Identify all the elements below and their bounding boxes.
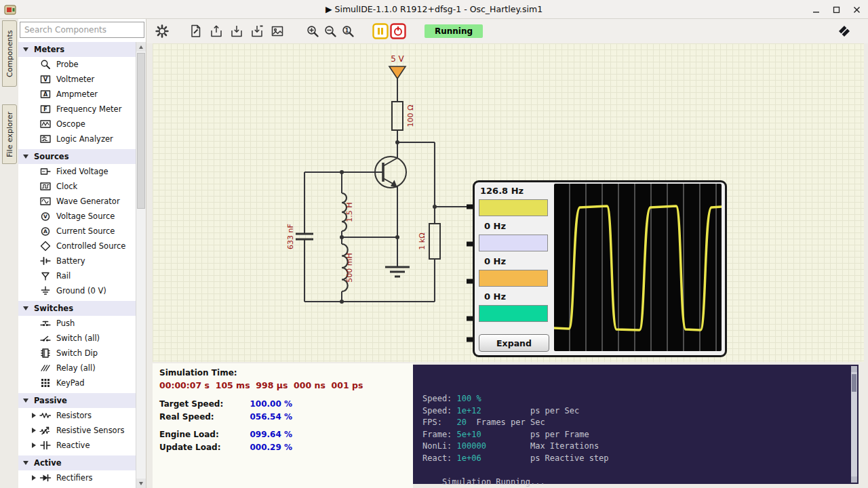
- component-item-rail[interactable]: Rail: [18, 268, 136, 283]
- component-item-ground-0-v[interactable]: Ground (0 V): [18, 283, 136, 298]
- tab-file-explorer[interactable]: File explorer: [2, 104, 17, 164]
- new-circuit-icon[interactable]: [187, 22, 205, 40]
- component-item-clock[interactable]: Clock: [18, 179, 136, 194]
- scroll-down-icon[interactable]: [136, 479, 146, 488]
- svg-text:A: A: [43, 91, 48, 98]
- console-scroll-down-icon[interactable]: [851, 476, 857, 483]
- sim-time-label: Simulation Time:: [159, 368, 237, 378]
- keypad-icon: [39, 377, 52, 389]
- collapse-arrow-icon: [23, 155, 28, 159]
- section-header-switches[interactable]: Switches: [18, 301, 136, 316]
- expand-arrow-icon[interactable]: [32, 443, 36, 448]
- component-item-voltmeter[interactable]: VVoltmeter: [18, 72, 136, 87]
- component-item-logic-analyzer[interactable]: Logic Analyzer: [18, 131, 136, 146]
- sim-stats-rows: Target Speed:100.00 %Real Speed:056.54 %…: [159, 397, 292, 453]
- component-item-controlled-source[interactable]: Controlled Source: [18, 239, 136, 253]
- component-item-ampmeter[interactable]: AAmpmeter: [18, 87, 136, 102]
- component-item-current-source[interactable]: ACurrent Source: [18, 224, 136, 239]
- settings-gear-icon[interactable]: [153, 22, 171, 40]
- stat-value: 099.64 %: [250, 430, 292, 439]
- stat-row-engine-load: Engine Load:099.64 %: [159, 428, 292, 441]
- scroll-up-icon[interactable]: [136, 42, 146, 52]
- component-label: Frequency Meter: [56, 104, 121, 114]
- component-label: Resistors: [56, 411, 92, 420]
- export-image-icon[interactable]: [269, 22, 286, 40]
- freq-bar: [479, 235, 548, 251]
- component-label: Rectifiers: [56, 473, 93, 483]
- freq-meter-readings: 126.8 Hz0 Hz0 Hz0 Hz: [479, 184, 552, 327]
- console-scroll-thumb[interactable]: [852, 374, 856, 392]
- svg-text:V: V: [43, 214, 47, 220]
- component-item-oscope[interactable]: Oscope: [18, 117, 136, 131]
- freq-value: 0 Hz: [484, 291, 552, 303]
- section-header-passive[interactable]: Passive: [18, 393, 136, 408]
- expand-button[interactable]: Expand: [479, 334, 549, 352]
- component-item-fixed-voltage[interactable]: Fixed Voltage: [18, 164, 136, 179]
- minimize-button[interactable]: [811, 5, 821, 14]
- supply-label: 5 V: [391, 54, 404, 64]
- component-item-keypad[interactable]: KeyPad: [18, 375, 136, 390]
- component-item-push[interactable]: Push: [18, 316, 136, 331]
- expand-arrow-icon[interactable]: [32, 413, 36, 418]
- component-label: Logic Analyzer: [56, 134, 113, 144]
- freq-value: 0 Hz: [484, 221, 552, 232]
- oscope-icon: [39, 118, 52, 130]
- maximize-button[interactable]: [831, 5, 841, 14]
- scrollbar-thumb[interactable]: [137, 53, 145, 209]
- console-line: Speed: 100 %: [422, 393, 849, 405]
- stat-label: Update Load:: [159, 443, 220, 452]
- component-item-resistors[interactable]: Resistors: [18, 408, 136, 423]
- voltmeter-icon: V: [39, 73, 52, 85]
- components-sidebar: MetersProbeVVoltmeterAAmpmeterFFrequency…: [18, 19, 146, 488]
- stat-value: 056.54 %: [250, 412, 292, 422]
- pause-sim-icon[interactable]: [372, 22, 389, 40]
- component-item-reactive[interactable]: Reactive: [18, 438, 136, 453]
- component-item-battery[interactable]: Battery: [18, 253, 136, 268]
- freqmeter-icon: F: [39, 103, 52, 115]
- theme-contrast-icon[interactable]: [835, 22, 853, 40]
- component-item-frequency-meter[interactable]: FFrequency Meter: [18, 102, 136, 117]
- expand-arrow-icon[interactable]: [32, 428, 36, 433]
- sidebar-scrollbar[interactable]: [136, 42, 146, 488]
- side-tab-strip: Components File explorer: [0, 19, 18, 488]
- stat-row-real-speed: Real Speed:056.54 %: [159, 410, 292, 423]
- component-item-wave-generator[interactable]: Wave Generator: [18, 194, 136, 209]
- component-item-switch-all[interactable]: Switch (all): [18, 331, 136, 346]
- component-item-resistive-sensors[interactable]: Resistive Sensors: [18, 423, 136, 438]
- search-input[interactable]: [20, 22, 144, 38]
- component-item-switch-dip[interactable]: Switch Dip: [18, 346, 136, 361]
- sim-time-value: 00:00:07 s 105 ms 998 µs 000 ns 001 ps: [159, 380, 363, 390]
- component-label: Controlled Source: [56, 241, 125, 251]
- section-header-sources[interactable]: Sources: [18, 149, 136, 164]
- circuit-canvas[interactable]: 5 V 100 Ω 1.5 H 500 mH 633 nF 1 kΩ 126.8…: [153, 43, 864, 362]
- collapse-arrow-icon: [23, 461, 28, 465]
- frequency-meter-panel[interactable]: 126.8 Hz0 Hz0 Hz0 Hz Expand: [473, 180, 727, 357]
- section-header-active[interactable]: Active: [18, 455, 136, 470]
- power-circuit-icon[interactable]: [389, 22, 407, 40]
- save-circuit-icon[interactable]: [228, 22, 245, 40]
- console-scroll-up-icon[interactable]: [851, 366, 857, 372]
- section-header-meters[interactable]: Meters: [18, 42, 136, 57]
- component-item-probe[interactable]: Probe: [18, 57, 136, 72]
- expand-arrow-icon[interactable]: [32, 475, 36, 481]
- freq-reading: 126.8 Hz: [479, 186, 552, 216]
- collapse-arrow-icon: [23, 399, 28, 403]
- component-item-voltage-source[interactable]: VVoltage Source: [18, 209, 136, 224]
- component-label: Probe: [56, 60, 79, 69]
- component-item-relay-all[interactable]: Relay (all): [18, 361, 136, 375]
- open-circuit-icon[interactable]: [208, 22, 225, 40]
- component-item-rectifiers[interactable]: Rectifiers: [18, 470, 136, 485]
- zoom-in-icon[interactable]: [304, 22, 321, 40]
- section-label: Meters: [34, 45, 64, 54]
- console-scrollbar[interactable]: [851, 366, 857, 483]
- tab-components[interactable]: Components: [2, 20, 17, 87]
- rail-symbol: [389, 66, 406, 79]
- clock-icon: [39, 180, 52, 192]
- zoom-out-icon[interactable]: [321, 22, 339, 40]
- save-as-circuit-icon[interactable]: [248, 22, 266, 40]
- close-button[interactable]: [852, 5, 861, 14]
- push-icon: [39, 317, 52, 329]
- stat-row-update-load: Update Load:000.29 %: [159, 441, 292, 453]
- zoom-one-icon[interactable]: 1: [339, 22, 357, 40]
- stat-value: 100.00 %: [250, 399, 292, 409]
